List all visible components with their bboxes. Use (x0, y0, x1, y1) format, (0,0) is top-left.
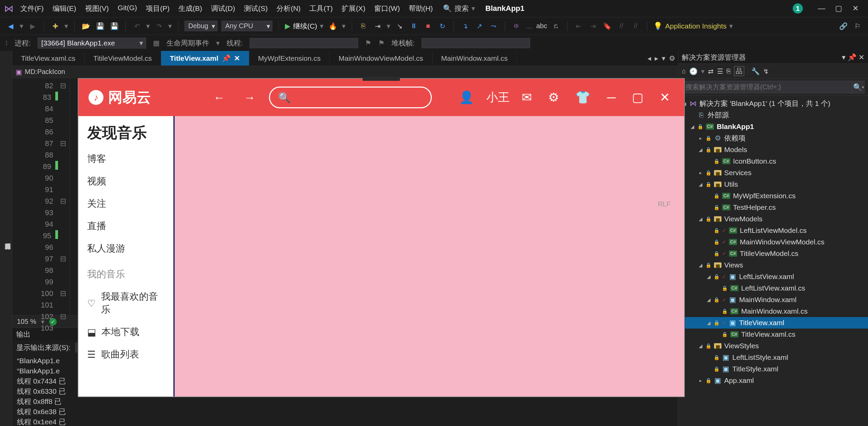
restart-icon[interactable]: ↻ (437, 21, 447, 31)
comment-icon[interactable]: // (616, 21, 626, 31)
app-insights-button[interactable]: 💡Application Insights▾ (653, 22, 733, 31)
sidebar-blog[interactable]: 博客 (87, 152, 165, 165)
preview-drag-handle[interactable] (363, 77, 400, 81)
feedback-icon[interactable]: ⚐ (852, 21, 863, 31)
format-icon[interactable]: abc (537, 21, 547, 31)
tree-node[interactable]: ◢⋈解决方案 'BlankApp1' (1 个项目，共 1 个) (678, 98, 868, 109)
menu-project[interactable]: 项目(P) (146, 4, 170, 13)
save-icon[interactable]: 💾 (95, 21, 105, 31)
tab-mainwindow-cs[interactable]: MainWindow.xaml.cs (432, 51, 517, 66)
sidebar-download[interactable]: ⬓本地下载 (87, 326, 165, 338)
indent-icon[interactable]: ⇥ (588, 21, 598, 31)
lifecycle-icon[interactable]: ▦ (153, 39, 160, 47)
show-all-icon[interactable]: ⎘ (727, 67, 731, 75)
tree-node[interactable]: ▸🔒▅Services (678, 167, 868, 179)
tab-titleview-xaml[interactable]: TitleView.xaml📌✕ (161, 51, 249, 66)
save-all-icon[interactable]: 💾 (109, 21, 119, 31)
menu-test[interactable]: 测试(S) (244, 4, 268, 13)
home-icon[interactable]: ⌂ (682, 67, 686, 75)
pin-icon[interactable]: 📌 (222, 54, 231, 62)
tree-node[interactable]: ⎘外部源 (678, 109, 868, 121)
tree-node[interactable]: ◢🔒▅Models (678, 144, 868, 155)
sidebar-video[interactable]: 视频 (87, 175, 165, 188)
notification-badge[interactable]: 1 (793, 3, 803, 14)
undo-icon[interactable]: ↶ (132, 21, 142, 31)
close-icon[interactable]: ✕ (234, 54, 240, 62)
soln-dropdown-icon[interactable]: ▾ (842, 53, 846, 61)
continue-button[interactable]: ▶继续(C)▾ (285, 21, 324, 31)
tree-node[interactable]: 🔒C#LeftListView.xaml.cs (678, 282, 868, 294)
collapse-icon[interactable]: 品 (734, 66, 744, 76)
close-button[interactable]: ✕ (847, 4, 864, 13)
tab-mainwindowviewmodel-cs[interactable]: MainWindowViewModel.cs (330, 51, 432, 66)
show-next-icon[interactable]: ⇥ (372, 21, 383, 31)
menu-tools[interactable]: 工具(T) (309, 4, 333, 13)
properties-icon[interactable]: ↯ (763, 67, 769, 75)
tree-node[interactable]: 🔒C#IconButton.cs (678, 155, 868, 167)
flag-icon[interactable]: ⚑ (365, 39, 371, 47)
tab-overflow-icon[interactable]: ▾ (662, 54, 666, 62)
menu-build[interactable]: 生成(B) (178, 4, 202, 13)
run-to-icon[interactable]: ⤳ (488, 21, 499, 31)
user-icon[interactable]: 👤 (455, 90, 478, 105)
outdent-icon[interactable]: ⇤ (574, 21, 584, 31)
tree-node[interactable]: ◢🔒▅ViewModels (678, 213, 868, 225)
tab-settings-icon[interactable]: ⚙ (669, 54, 675, 62)
mail-icon[interactable]: ✉ (518, 90, 536, 105)
menu-git[interactable]: Git(G) (118, 4, 137, 13)
step-arrow-icon[interactable]: ↴ (460, 21, 470, 31)
sidebar-live[interactable]: 直播 (87, 220, 165, 233)
tree-node[interactable]: 🔒✓C#MainWindowViewModel.cs (678, 236, 868, 248)
minimize-button[interactable]: — (813, 4, 830, 13)
tree-node[interactable]: ◢🔒✓▣MainWindow.xaml (678, 294, 868, 305)
tree-node[interactable]: 🔒✓C#LeftListViewModel.cs (678, 225, 868, 236)
platform-combo[interactable]: Any CPU (221, 21, 272, 31)
step-into-icon[interactable]: ↘ (394, 21, 405, 31)
preview-close-icon[interactable]: ✕ (656, 90, 674, 105)
nav-back-icon[interactable]: ◀ (5, 21, 16, 31)
tree-node[interactable]: 🔒▣TitleStyle.xaml (678, 363, 868, 375)
preview-username[interactable]: 小王 (486, 90, 509, 105)
tab-titleview-cs[interactable]: TitleView.xaml.cs (12, 51, 84, 66)
tree-node[interactable]: 🔒✓C#TitileViewModel.cs (678, 248, 868, 259)
tree-node[interactable]: 🔒▣LeftListStyle.xaml (678, 352, 868, 363)
preview-minimize-icon[interactable]: ─ (603, 90, 620, 105)
menu-edit[interactable]: 编辑(E) (53, 4, 76, 13)
shirt-icon[interactable]: 👕 (571, 90, 595, 105)
tree-node[interactable]: ◢🔒C#BlankApp1 (678, 121, 868, 132)
thread-combo[interactable] (250, 38, 358, 48)
tab-titleviewmodel-cs[interactable]: TitileViewModel.cs (84, 51, 161, 66)
process-combo[interactable]: [33664] BlankApp1.exe (38, 38, 146, 49)
menu-file[interactable]: 文件(F) (20, 4, 44, 13)
menu-view[interactable]: 视图(V) (85, 4, 109, 13)
tree-node[interactable]: ◢🔒▅Views (678, 259, 868, 271)
stop-icon[interactable]: ■ (423, 21, 433, 31)
soln-search-icon[interactable]: 🔍▾ (852, 81, 865, 93)
menu-debug[interactable]: 调试(D) (211, 4, 235, 13)
filter-icon[interactable]: ☰ (717, 67, 723, 75)
new-project-icon[interactable]: ✚ (50, 21, 60, 31)
menu-window[interactable]: 窗口(W) (374, 4, 400, 13)
solution-tree[interactable]: ◢⋈解决方案 'BlankApp1' (1 个项目，共 1 个)⎘外部源◢🔒C#… (678, 96, 868, 426)
redo-icon[interactable]: ↷ (154, 21, 164, 31)
menu-analyze[interactable]: 分析(N) (276, 4, 301, 13)
step-out-icon[interactable]: ↗ (474, 21, 484, 31)
preview-search-input[interactable]: 🔍 (269, 87, 432, 108)
left-rail-tab[interactable]: 服务器资源管理器 (0, 51, 12, 426)
share-icon[interactable]: 🔗 (838, 21, 848, 31)
preview-brand[interactable]: ♪ 网易云 (89, 88, 151, 107)
soln-pin-icon[interactable]: 📌 (848, 53, 856, 61)
tab-scroll-right-icon[interactable]: ▸ (655, 54, 658, 62)
uncomment2-icon[interactable]: // (631, 21, 641, 31)
tree-node[interactable]: 🔒C#TitleView.xaml.cs (678, 329, 868, 340)
history-icon[interactable]: 🕘 (689, 67, 698, 75)
preview-maximize-icon[interactable]: ▢ (628, 90, 648, 105)
tree-node[interactable]: 🔒C#MyWpfExtension.cs (678, 190, 868, 202)
tree-node[interactable]: ▸🔒▣App.xaml (678, 375, 868, 386)
tree-node[interactable]: ◢🔒✓▣TitleView.xaml (678, 317, 868, 329)
bookmark-icon[interactable]: 🔖 (602, 21, 612, 31)
gear-icon[interactable]: ⚙ (544, 90, 563, 105)
pause-icon[interactable]: ⏸ (409, 21, 419, 31)
config-combo[interactable]: Debug (185, 21, 217, 31)
tree-node[interactable]: ▸🔒⚙依赖项 (678, 132, 868, 144)
